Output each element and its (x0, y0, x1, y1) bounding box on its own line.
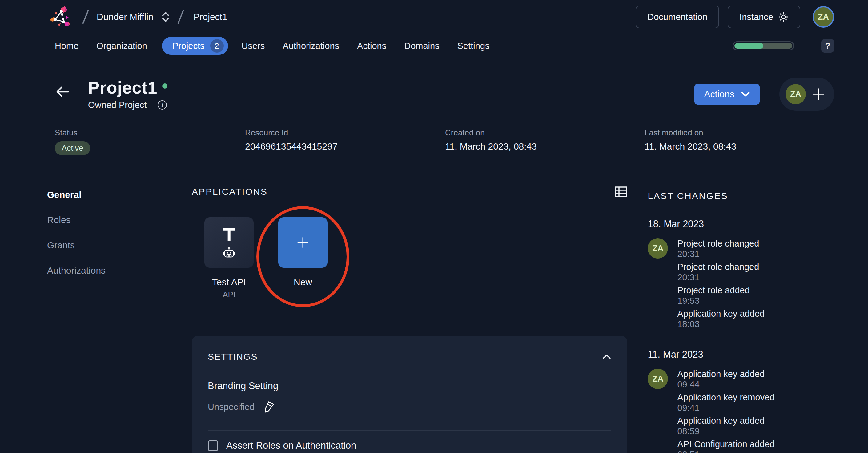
user-avatar[interactable]: ZA (813, 6, 834, 28)
documentation-button[interactable]: Documentation (636, 5, 719, 28)
robot-icon (222, 247, 236, 260)
project-meta-row: Status Active Resource Id 20469613544341… (55, 128, 834, 170)
avatar-initials: ZA (818, 12, 829, 22)
help-button[interactable]: ? (821, 39, 834, 53)
status-badge: Active (55, 141, 90, 155)
modified-on-value: 11. March 2023, 08:43 (645, 141, 736, 152)
changes-avatar: ZA (648, 238, 668, 259)
resource-id-value: 204696135443415297 (245, 141, 445, 152)
sidenav-item-authorizations[interactable]: Authorizations (47, 265, 192, 276)
branding-setting-label: Branding Setting (208, 380, 611, 391)
add-contributor-button[interactable] (811, 87, 826, 101)
instance-button[interactable]: Instance (727, 5, 800, 28)
contributors-pill: ZA (779, 77, 834, 111)
sidenav-item-general[interactable]: General (47, 190, 192, 200)
page-title: Project1 (88, 78, 157, 97)
change-title: Project role changed (677, 262, 765, 272)
tab-domains[interactable]: Domains (404, 41, 439, 51)
change-title: Project role changed (677, 238, 765, 249)
table-view-toggle[interactable] (615, 187, 627, 197)
applications-heading: APPLICATIONS (192, 187, 268, 197)
change-event: Application key added 18:03 (677, 309, 765, 329)
sidenav-item-roles[interactable]: Roles (47, 215, 192, 225)
modified-on-label: Last modified on (645, 128, 736, 137)
assert-roles-checkbox[interactable] (208, 441, 218, 451)
app-name: Test API (212, 277, 246, 287)
last-changes-heading: LAST CHANGES (648, 191, 728, 201)
documentation-label: Documentation (647, 12, 707, 22)
tab-organization[interactable]: Organization (96, 41, 147, 51)
chevron-up-icon (602, 354, 611, 359)
change-event: Project role changed 20:31 (677, 262, 765, 283)
changes-group: 18. Mar 2023 ZA Project role changed 20:… (648, 219, 834, 332)
table-view-icon (615, 187, 627, 197)
main-nav: Home Organization Projects 2 Users Autho… (0, 34, 868, 59)
pencil-icon (264, 400, 276, 414)
usage-progress-track (735, 43, 792, 48)
project-status-dot (162, 84, 167, 89)
change-time: 09:44 (677, 379, 774, 390)
new-application-item: New (278, 217, 328, 287)
content: General Roles Grants Authorizations APPL… (0, 170, 868, 453)
zitadel-logo[interactable] (46, 3, 74, 31)
application-card-test-api[interactable]: T (205, 217, 254, 268)
application-item: T (205, 217, 254, 299)
settings-heading: SETTINGS (208, 351, 258, 362)
tab-authorizations[interactable]: Authorizations (283, 41, 339, 51)
change-title: API Configuration added (677, 439, 774, 449)
assert-roles-row: Assert Roles on Authentication (208, 440, 611, 451)
org-switcher[interactable]: Dunder Mifflin (97, 11, 169, 23)
breadcrumb-slash (177, 10, 184, 24)
collapse-settings-button[interactable] (602, 354, 611, 359)
breadcrumb-org: Dunder Mifflin (97, 12, 154, 22)
tab-home[interactable]: Home (55, 41, 79, 51)
unfold-icon (162, 11, 169, 23)
change-title: Application key added (677, 309, 765, 319)
change-event: Project role changed 20:31 (677, 238, 765, 259)
tab-settings[interactable]: Settings (457, 41, 490, 51)
change-event: Application key added 09:44 (677, 369, 774, 390)
back-button[interactable] (55, 86, 69, 98)
topbar: Dunder Mifflin Project1 Documentation In… (0, 0, 868, 34)
contributor-avatar[interactable]: ZA (785, 84, 806, 104)
arrow-left-icon (55, 86, 69, 98)
projects-count-badge: 2 (210, 39, 224, 53)
tab-users[interactable]: Users (242, 41, 265, 51)
app-initial: T (223, 225, 235, 244)
change-event: Application key removed 09:41 (677, 392, 774, 413)
change-title: Project role added (677, 285, 765, 295)
avatar-initials: ZA (790, 90, 801, 99)
new-app-label: New (293, 277, 312, 287)
change-time: 08:51 (677, 449, 774, 453)
actions-dropdown-button[interactable]: Actions (694, 84, 760, 105)
change-title: Application key removed (677, 392, 774, 402)
change-time: 19:53 (677, 295, 765, 306)
settings-divider (208, 430, 611, 431)
breadcrumb-slash (82, 10, 89, 24)
usage-progress-bar (733, 41, 794, 51)
plus-icon (811, 87, 826, 101)
edit-branding-button[interactable] (264, 400, 276, 414)
gear-icon (778, 12, 788, 22)
change-title: Application key added (677, 416, 774, 426)
info-icon[interactable]: i (158, 100, 167, 109)
new-application-button[interactable] (278, 217, 328, 268)
breadcrumb-project[interactable]: Project1 (194, 12, 227, 22)
sidenav-item-grants[interactable]: Grants (47, 240, 192, 251)
actions-label: Actions (704, 89, 735, 99)
applications-grid: T (192, 217, 627, 306)
change-time: 20:31 (677, 272, 765, 283)
main-column: APPLICATIONS T (192, 170, 627, 453)
zitadel-logo-icon (47, 4, 73, 30)
plus-icon (297, 236, 309, 249)
change-time: 18:03 (677, 319, 765, 329)
tab-actions[interactable]: Actions (357, 41, 386, 51)
avatar-initials: ZA (652, 244, 663, 253)
usage-progress-fill (735, 43, 763, 48)
settings-card: SETTINGS Branding Setting Unspecified (192, 336, 627, 453)
tab-projects[interactable]: Projects 2 (162, 37, 228, 55)
resource-id-label: Resource Id (245, 128, 445, 137)
project-sidenav: General Roles Grants Authorizations (47, 170, 192, 453)
assert-roles-label: Assert Roles on Authentication (226, 440, 356, 451)
change-title: Application key added (677, 369, 774, 379)
